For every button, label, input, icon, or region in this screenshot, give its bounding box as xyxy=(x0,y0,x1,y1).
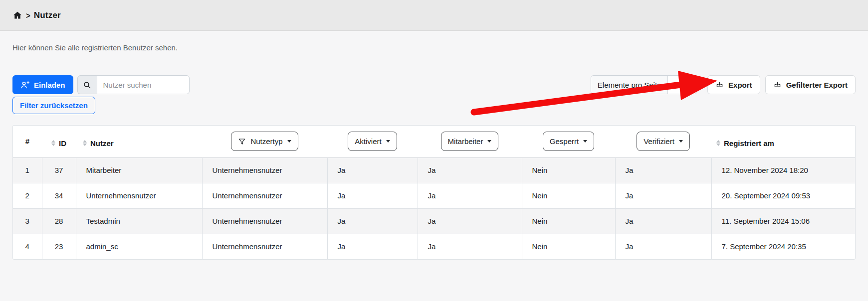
activated-filter-label: Aktiviert xyxy=(355,137,381,146)
locked-filter-dropdown[interactable]: Gesperrt xyxy=(543,132,594,151)
col-header-employee: Mitarbeiter xyxy=(418,126,522,157)
cell-employee: Ja xyxy=(418,157,522,183)
cell-verified: Ja xyxy=(615,157,711,183)
cell-locked: Nein xyxy=(522,157,615,183)
download-icon xyxy=(773,81,782,89)
sort-arrows-icon xyxy=(83,140,87,146)
col-header-locked: Gesperrt xyxy=(522,126,615,157)
search-group xyxy=(77,75,190,94)
page-description: Hier können Sie alle registrierten Benut… xyxy=(12,43,856,52)
cell-registered: 11. September 2024 15:06 xyxy=(711,208,855,234)
cell-id: 28 xyxy=(42,208,76,234)
employee-filter-dropdown[interactable]: Mitarbeiter xyxy=(441,132,499,151)
col-header-activated: Aktiviert xyxy=(327,126,418,157)
cell-locked: Nein xyxy=(522,183,615,208)
chevron-down-icon xyxy=(679,140,683,143)
col-header-num: # xyxy=(13,126,42,157)
users-table-card: # ID Nutzer xyxy=(12,125,856,260)
cell-user: Testadmin xyxy=(76,208,202,234)
cell-activated: Ja xyxy=(327,234,418,259)
cell-user-type: Unternehmensnutzer xyxy=(202,157,327,183)
col-header-registered-label: Registriert am xyxy=(724,139,774,148)
cell-verified: Ja xyxy=(615,208,711,234)
cell-id: 34 xyxy=(42,183,76,208)
chevron-down-icon xyxy=(583,140,587,143)
cell-user-type: Unternehmensnutzer xyxy=(202,234,327,259)
table-row: 2 34 Unternehmensnutzer Unternehmensnutz… xyxy=(13,183,855,208)
breadcrumb: > Nutzer xyxy=(12,10,61,20)
chevron-down-icon xyxy=(687,84,691,86)
cell-activated: Ja xyxy=(327,183,418,208)
chevron-down-icon xyxy=(386,140,390,143)
col-header-user-type: Nutzertyp xyxy=(202,126,327,157)
cell-num: 1 xyxy=(13,157,42,183)
cell-activated: Ja xyxy=(327,208,418,234)
home-icon[interactable] xyxy=(12,10,22,20)
cell-user-type: Unternehmensnutzer xyxy=(202,183,327,208)
export-button[interactable]: Export xyxy=(707,75,760,94)
cell-id: 37 xyxy=(42,157,76,183)
chevron-down-icon xyxy=(287,140,291,143)
sort-arrows-icon xyxy=(716,140,720,146)
col-header-verified: Verifiziert xyxy=(615,126,711,157)
cell-num: 4 xyxy=(13,234,42,259)
col-header-user: Nutzer xyxy=(76,126,202,157)
col-header-registered: Registriert am xyxy=(711,126,855,157)
cell-verified: Ja xyxy=(615,234,711,259)
cell-id: 23 xyxy=(42,234,76,259)
cell-user-type: Unternehmensnutzer xyxy=(202,208,327,234)
cell-locked: Nein xyxy=(522,234,615,259)
locked-filter-label: Gesperrt xyxy=(550,137,579,146)
cell-user: Unternehmensnutzer xyxy=(76,183,202,208)
sort-arrows-icon xyxy=(51,140,55,146)
items-per-page-select[interactable]: Elemente pro Seite 25 xyxy=(591,75,697,94)
funnel-icon xyxy=(238,138,246,146)
cell-employee: Ja xyxy=(418,208,522,234)
search-input[interactable] xyxy=(97,75,190,94)
users-table: # ID Nutzer xyxy=(13,126,855,259)
cell-registered: 20. September 2024 09:53 xyxy=(711,183,855,208)
cell-verified: Ja xyxy=(615,183,711,208)
cell-registered: 12. November 2024 18:20 xyxy=(711,157,855,183)
activated-filter-dropdown[interactable]: Aktiviert xyxy=(348,132,397,151)
employee-filter-label: Mitarbeiter xyxy=(448,137,483,146)
filtered-export-button-label: Gefilterter Export xyxy=(786,81,848,89)
user-type-filter-dropdown[interactable]: Nutzertyp xyxy=(231,132,298,151)
breadcrumb-separator-icon: > xyxy=(26,10,30,20)
cell-num: 3 xyxy=(13,208,42,234)
export-button-label: Export xyxy=(728,81,752,89)
filtered-export-button[interactable]: Gefilterter Export xyxy=(765,75,856,94)
items-per-page-label: Elemente pro Seite xyxy=(591,76,668,94)
col-header-id: ID xyxy=(42,126,76,157)
col-header-user-label: Nutzer xyxy=(90,139,114,148)
cell-employee: Ja xyxy=(418,234,522,259)
sort-registered[interactable]: Registriert am xyxy=(716,139,774,148)
chevron-down-icon xyxy=(487,140,491,143)
table-row: 4 23 admin_sc Unternehmensnutzer Ja Ja N… xyxy=(13,234,855,259)
search-icon xyxy=(83,81,91,89)
download-icon xyxy=(715,81,724,89)
person-plus-icon xyxy=(20,80,30,90)
verified-filter-label: Verifiziert xyxy=(644,137,674,146)
search-addon xyxy=(77,75,97,94)
items-per-page-value: 25 xyxy=(668,76,697,94)
cell-user: Mitarbeiter xyxy=(76,157,202,183)
table-row: 3 28 Testadmin Unternehmensnutzer Ja Ja … xyxy=(13,208,855,234)
sort-user[interactable]: Nutzer xyxy=(83,139,114,148)
sort-id[interactable]: ID xyxy=(51,139,66,148)
table-header-row: # ID Nutzer xyxy=(13,126,855,157)
cell-employee: Ja xyxy=(418,183,522,208)
reset-filters-button[interactable]: Filter zurücksetzen xyxy=(12,97,95,114)
invite-button[interactable]: Einladen xyxy=(12,75,73,94)
cell-locked: Nein xyxy=(522,208,615,234)
cell-num: 2 xyxy=(13,183,42,208)
per-page-number: 25 xyxy=(674,81,682,89)
page-title: Nutzer xyxy=(34,10,61,20)
breadcrumb-bar: > Nutzer xyxy=(0,0,868,31)
user-type-filter-label: Nutzertyp xyxy=(250,137,282,146)
col-header-id-label: ID xyxy=(59,139,66,148)
table-row: 1 37 Mitarbeiter Unternehmensnutzer Ja J… xyxy=(13,157,855,183)
toolbar: Einladen Filter zurücksetzen Elemente pr… xyxy=(12,75,856,114)
cell-user: admin_sc xyxy=(76,234,202,259)
verified-filter-dropdown[interactable]: Verifiziert xyxy=(637,132,690,151)
